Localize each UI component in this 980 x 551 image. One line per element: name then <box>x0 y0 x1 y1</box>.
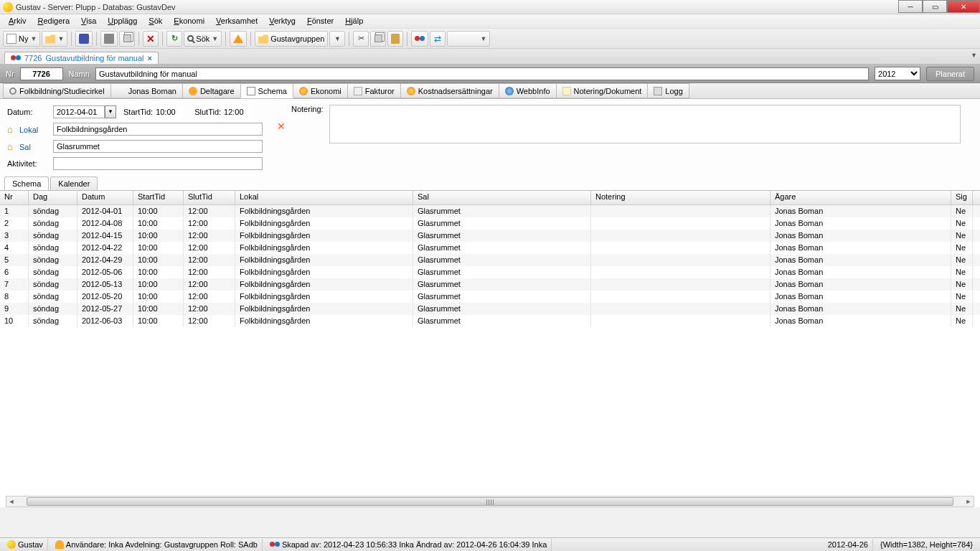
warning-button[interactable] <box>230 31 247 47</box>
sluttid-input[interactable] <box>221 105 253 118</box>
paste-button[interactable] <box>387 31 403 47</box>
tab-webbinfo[interactable]: WebbInfo <box>499 83 557 98</box>
aktivitet-input[interactable] <box>53 157 263 170</box>
year-select[interactable]: 2012 <box>875 67 920 80</box>
status-button[interactable]: Planerat <box>926 67 974 81</box>
table-row[interactable]: 4söndag2012-04-2210:0012:00Folkbildnings… <box>0 242 980 254</box>
group-dd-button[interactable]: ▼ <box>329 31 345 47</box>
tab-jonas-boman[interactable]: Jonas Boman <box>110 83 183 98</box>
menu-fönster[interactable]: Fönster <box>301 14 339 28</box>
status-created: Skapad av: 2012-04-23 10:56:33 Inka Ändr… <box>282 540 547 549</box>
copy-icon <box>123 34 131 42</box>
datum-input[interactable] <box>53 105 105 118</box>
clear-icon[interactable]: ✕ <box>277 121 286 132</box>
tab-deltagare[interactable]: Deltagare <box>182 83 241 98</box>
menu-hjälp[interactable]: Hjälp <box>339 14 369 28</box>
tab-kostnadsersättningar[interactable]: Kostnadsersättningar <box>400 83 499 98</box>
col-header-datum[interactable]: Datum <box>77 191 133 204</box>
group-button[interactable]: Gustavgruppen <box>255 31 328 47</box>
maximize-button[interactable]: ▭ <box>923 0 947 13</box>
doctab-menu-dd[interactable]: ▼ <box>971 52 977 59</box>
table-row[interactable]: 3söndag2012-04-1510:0012:00Folkbildnings… <box>0 230 980 242</box>
tab-ekonomi[interactable]: Ekonomi <box>293 83 348 98</box>
house-icon <box>7 124 17 133</box>
copy-button-2[interactable] <box>370 31 386 47</box>
blank-dd-button[interactable]: ▼ <box>447 31 490 47</box>
scroll-left-icon[interactable]: ◄ <box>6 498 17 505</box>
minimize-button[interactable]: ─ <box>898 0 923 13</box>
sal-link[interactable]: Sal <box>7 141 53 151</box>
col-header-notering[interactable]: Notering <box>591 191 771 204</box>
table-row[interactable]: 2söndag2012-04-0810:0012:00Folkbildnings… <box>0 217 980 230</box>
tab-schema[interactable]: Schema <box>240 83 293 98</box>
print-button[interactable] <box>100 31 118 47</box>
scroll-right-icon[interactable]: ► <box>963 498 974 505</box>
app-icon <box>3 2 13 12</box>
horizontal-scrollbar[interactable]: ◄ ► <box>6 496 974 507</box>
menu-ekonomi[interactable]: Ekonomi <box>168 14 210 28</box>
open-button[interactable]: ▼ <box>42 31 67 47</box>
status-user-icon <box>55 540 64 549</box>
menu-verktyg[interactable]: Verktyg <box>263 14 301 28</box>
sub-tabs: SchemaKalender <box>0 176 980 190</box>
col-header-sig[interactable]: Sig <box>951 191 973 204</box>
status-date: 2012-04-26 <box>824 539 873 551</box>
col-header-sal[interactable]: Sal <box>413 191 591 204</box>
scrollbar-thumb[interactable] <box>27 497 953 506</box>
status-user: Användare: Inka Avdelning: Gustavgruppen… <box>66 540 258 549</box>
col-header-ägare[interactable]: Ägare <box>771 191 951 204</box>
col-header-lokal[interactable]: Lokal <box>235 191 413 204</box>
notering-textarea[interactable] <box>329 105 961 143</box>
lokal-link[interactable]: Lokal <box>7 124 53 134</box>
table-row[interactable]: 9söndag2012-05-2710:0012:00Folkbildnings… <box>0 303 980 315</box>
starttid-input[interactable] <box>153 105 184 118</box>
menu-sök[interactable]: Sök <box>143 14 168 28</box>
document-tab[interactable]: 7726 Gustavutbildning för manual × <box>4 52 159 64</box>
search-icon <box>187 35 194 42</box>
menu-redigera[interactable]: Redigera <box>32 14 75 28</box>
doc-tab-icon <box>11 54 21 62</box>
menu-verksamhet[interactable]: Verksamhet <box>210 14 263 28</box>
tab-logg[interactable]: Logg <box>647 83 689 98</box>
menu-upplägg[interactable]: Upplägg <box>102 14 143 28</box>
table-row[interactable]: 7söndag2012-05-1310:0012:00Folkbildnings… <box>0 278 980 291</box>
table-row[interactable]: 1söndag2012-04-0110:0012:00Folkbildnings… <box>0 205 980 217</box>
status-dims: {Width=1382, Height=784} <box>876 539 977 551</box>
col-header-starttid[interactable]: StartTid <box>133 191 184 204</box>
new-button[interactable]: Ny▼ <box>3 31 40 47</box>
datum-picker-button[interactable]: ▼ <box>105 105 116 118</box>
table-row[interactable]: 8söndag2012-05-2010:0012:00Folkbildnings… <box>0 291 980 303</box>
save-button[interactable] <box>75 31 93 47</box>
search-label: Sök <box>196 34 209 43</box>
copy-button-1[interactable] <box>119 31 135 47</box>
search-button[interactable]: Sök▼ <box>184 31 222 47</box>
close-button[interactable]: ✕ <box>947 0 980 13</box>
close-tab-icon[interactable]: × <box>147 54 151 62</box>
balls-button[interactable] <box>411 31 428 47</box>
delete-button[interactable]: ✕ <box>143 31 159 47</box>
col-header-nr[interactable]: Nr <box>0 191 29 204</box>
menu-arkiv[interactable]: Arkiv <box>3 14 32 28</box>
menubar: ArkivRedigeraVisaUppläggSökEkonomiVerksa… <box>0 14 980 29</box>
lokal-input[interactable] <box>53 123 263 136</box>
subtab-schema[interactable]: Schema <box>4 176 49 190</box>
table-row[interactable]: 5söndag2012-04-2910:0012:00Folkbildnings… <box>0 254 980 266</box>
cut-button[interactable]: ✂ <box>353 31 369 47</box>
table-row[interactable]: 6söndag2012-05-0610:0012:00Folkbildnings… <box>0 266 980 278</box>
namn-input[interactable] <box>95 67 869 80</box>
col-header-dag[interactable]: Dag <box>29 191 77 204</box>
tab-icon <box>299 87 308 95</box>
col-header-sluttid[interactable]: SlutTid <box>184 191 235 204</box>
tab-icon <box>505 87 514 95</box>
tab-folkbildning-studiecirkel[interactable]: Folkbildning/Studiecirkel <box>3 83 111 98</box>
arrows-button[interactable]: ⇄ <box>430 31 446 47</box>
nr-input[interactable] <box>20 67 63 80</box>
tab-notering-dokument[interactable]: Notering/Dokument <box>556 83 649 98</box>
menu-visa[interactable]: Visa <box>75 14 102 28</box>
subtab-kalender[interactable]: Kalender <box>50 176 98 190</box>
sal-input[interactable] <box>53 140 263 153</box>
tab-fakturor[interactable]: Fakturor <box>347 83 401 98</box>
table-row[interactable]: 10söndag2012-06-0310:0012:00Folkbildning… <box>0 315 980 327</box>
refresh-button[interactable]: ↻ <box>166 31 182 47</box>
toolbar: Ny▼ ▼ ✕ ↻ Sök▼ Gustavgruppen ▼ ✂ ⇄ ▼ <box>0 29 980 49</box>
